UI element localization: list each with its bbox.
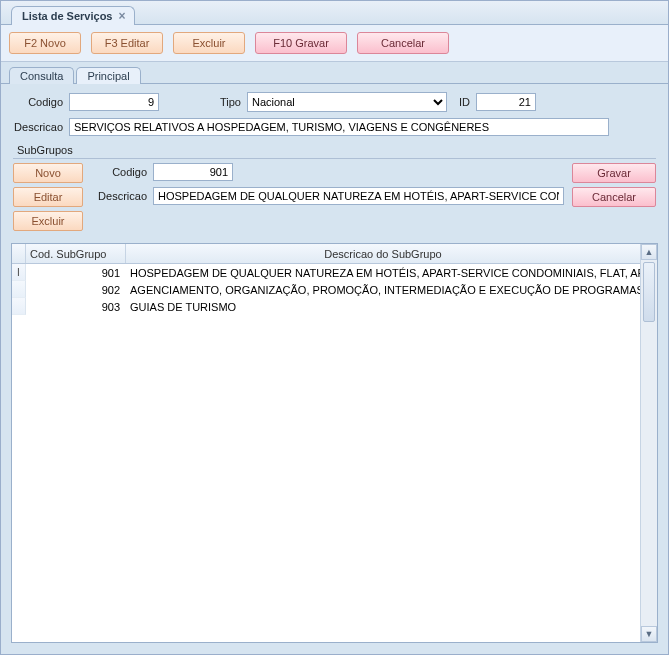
close-icon[interactable]: × (119, 11, 126, 21)
tab-principal[interactable]: Principal (76, 67, 140, 84)
subgrupo-descricao-label: Descricao (97, 190, 147, 202)
table-row[interactable]: 902 AGENCIAMENTO, ORGANIZAÇÃO, PROMOÇÃO,… (12, 281, 640, 298)
cell-cod: 903 (26, 301, 126, 313)
cell-desc: HOSPEDAGEM DE QUALQUER NATUREZA EM HOTÉI… (126, 267, 640, 279)
f10-gravar-button[interactable]: F10 Gravar (255, 32, 347, 54)
f3-editar-button[interactable]: F3 Editar (91, 32, 163, 54)
codigo-label: Codigo (13, 96, 63, 108)
grid-col-codigo[interactable]: Cod. SubGrupo (26, 244, 126, 263)
row-indicator-icon (12, 298, 26, 315)
cell-desc: GUIAS DE TURISMO (126, 301, 640, 313)
cell-desc: AGENCIAMENTO, ORGANIZAÇÃO, PROMOÇÃO, INT… (126, 284, 640, 296)
codigo-input[interactable] (69, 93, 159, 111)
tipo-select[interactable]: Nacional (247, 92, 447, 112)
subgrupo-grid: Cod. SubGrupo Descricao do SubGrupo I 90… (11, 243, 658, 643)
inner-tabbar: Consulta Principal (1, 62, 668, 84)
descricao-label: Descricao (13, 121, 63, 133)
table-row[interactable]: 903 GUIAS DE TURISMO (12, 298, 640, 315)
window-tab[interactable]: Lista de Serviços × (11, 6, 135, 25)
subgrupo-codigo-label: Codigo (97, 166, 147, 178)
subgrupo-descricao-input[interactable] (153, 187, 564, 205)
grid-row-selector-header (12, 244, 26, 263)
subgrupo-gravar-button[interactable]: Gravar (572, 163, 656, 183)
tipo-label: Tipo (211, 96, 241, 108)
subgrupo-cancelar-button[interactable]: Cancelar (572, 187, 656, 207)
window-tabbar: Lista de Serviços × (1, 1, 668, 25)
form-panel: Codigo Tipo Nacional ID Descricao SubGru… (1, 84, 668, 237)
window-title: Lista de Serviços (22, 10, 113, 22)
subgrupos-header: SubGrupos (13, 142, 656, 159)
tab-consulta[interactable]: Consulta (9, 67, 74, 84)
cancelar-button[interactable]: Cancelar (357, 32, 449, 54)
f2-novo-button[interactable]: F2 Novo (9, 32, 81, 54)
excluir-button[interactable]: Excluir (173, 32, 245, 54)
cell-cod: 901 (26, 267, 126, 279)
cell-cod: 902 (26, 284, 126, 296)
scroll-thumb[interactable] (643, 262, 655, 322)
row-indicator-icon: I (12, 264, 26, 281)
subgrupo-editar-button[interactable]: Editar (13, 187, 83, 207)
subgrupo-novo-button[interactable]: Novo (13, 163, 83, 183)
grid-rows: I 901 HOSPEDAGEM DE QUALQUER NATUREZA EM… (12, 264, 640, 315)
descricao-input[interactable] (69, 118, 609, 136)
subgrupo-excluir-button[interactable]: Excluir (13, 211, 83, 231)
id-label: ID (459, 96, 470, 108)
scroll-down-icon[interactable]: ▼ (641, 626, 657, 642)
grid-header: Cod. SubGrupo Descricao do SubGrupo (12, 244, 640, 264)
subgrupo-codigo-input[interactable] (153, 163, 233, 181)
table-row[interactable]: I 901 HOSPEDAGEM DE QUALQUER NATUREZA EM… (12, 264, 640, 281)
grid-col-descricao[interactable]: Descricao do SubGrupo (126, 244, 640, 263)
row-indicator-icon (12, 281, 26, 298)
id-input[interactable] (476, 93, 536, 111)
scroll-up-icon[interactable]: ▲ (641, 244, 657, 260)
vertical-scrollbar[interactable]: ▲ ▼ (640, 244, 657, 642)
toolbar: F2 Novo F3 Editar Excluir F10 Gravar Can… (1, 25, 668, 62)
